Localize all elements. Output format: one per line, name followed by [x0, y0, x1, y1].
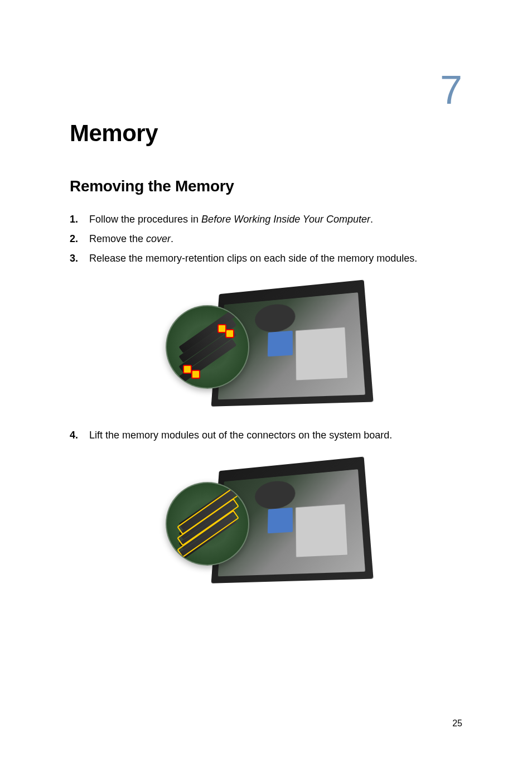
figure-container-1 — [70, 274, 462, 414]
zoom-inset-icon — [166, 482, 249, 566]
cpu-fan-icon — [254, 303, 295, 334]
retention-clip-highlight-icon — [217, 324, 226, 333]
drive-bay-icon — [295, 327, 348, 381]
step-text: Lift the memory modules out of the conne… — [89, 428, 462, 443]
step-text-before: Follow the procedures in — [89, 214, 201, 225]
blue-component-icon — [267, 508, 292, 534]
step-number: 2. — [70, 232, 89, 247]
step-text-italic: cover — [146, 233, 171, 244]
step-text-italic: Before Working Inside Your Computer — [201, 214, 370, 225]
step-number: 1. — [70, 212, 89, 227]
step-item: 1. Follow the procedures in Before Worki… — [70, 212, 462, 227]
retention-clip-highlight-icon — [225, 329, 234, 338]
procedure-list: 1. Follow the procedures in Before Worki… — [70, 212, 462, 266]
step-item: 4. Lift the memory modules out of the co… — [70, 428, 462, 443]
computer-figure-clips — [166, 274, 366, 414]
step-text: Remove the cover. — [89, 232, 462, 247]
procedure-list-continued: 4. Lift the memory modules out of the co… — [70, 428, 462, 443]
cpu-fan-icon — [254, 480, 295, 510]
step-text-before: Release the memory-retention clips on ea… — [89, 253, 417, 264]
section-title: Removing the Memory — [70, 177, 462, 195]
drive-bay-icon — [295, 504, 348, 558]
step-text-after: . — [370, 214, 373, 225]
retention-clip-highlight-icon — [191, 370, 200, 379]
chapter-number: 7 — [440, 70, 462, 110]
retention-clip-highlight-icon — [183, 365, 192, 374]
chapter-title: Memory — [70, 120, 462, 147]
step-text-before: Lift the memory modules out of the conne… — [89, 430, 392, 441]
step-text-after: . — [171, 233, 173, 244]
step-text: Follow the procedures in Before Working … — [89, 212, 462, 227]
step-number: 4. — [70, 428, 89, 443]
computer-figure-modules — [166, 451, 366, 591]
step-text: Release the memory-retention clips on ea… — [89, 251, 462, 266]
figure-container-2 — [70, 451, 462, 591]
step-text-before: Remove the — [89, 233, 146, 244]
step-item: 2. Remove the cover. — [70, 232, 462, 247]
page-number: 25 — [452, 718, 462, 729]
zoom-inset-icon — [166, 305, 249, 389]
blue-component-icon — [267, 331, 292, 357]
step-item: 3. Release the memory-retention clips on… — [70, 251, 462, 266]
step-number: 3. — [70, 251, 89, 266]
